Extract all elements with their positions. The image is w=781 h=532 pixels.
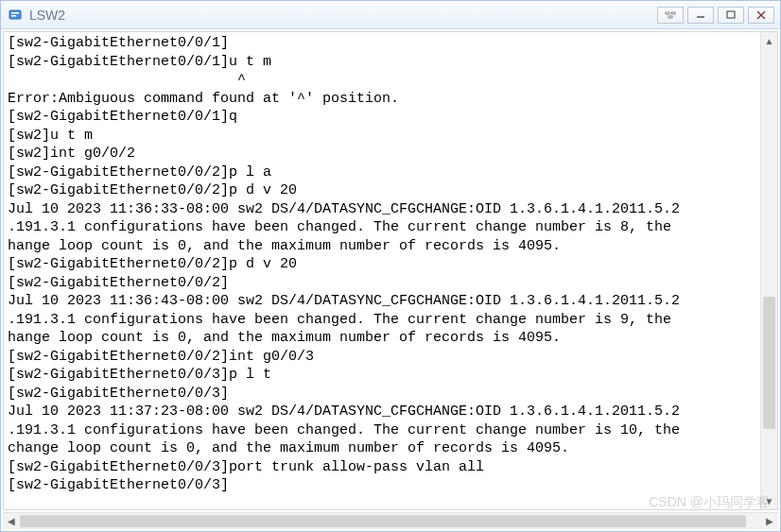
titlebar[interactable]: LSW2 <box>1 1 780 29</box>
app-icon <box>7 7 24 24</box>
horizontal-scrollbar-track[interactable] <box>20 513 761 529</box>
vertical-scrollbar[interactable]: ▲ ▼ <box>760 32 777 509</box>
svg-rect-3 <box>666 12 669 14</box>
app-window: LSW2 [sw2-GigabitEthernet0/0/1] [sw2-Gig… <box>0 0 781 532</box>
watermark: CSDN @小玛同学客 <box>649 494 770 511</box>
options-button[interactable] <box>657 7 684 24</box>
horizontal-scrollbar[interactable]: ◀ ▶ <box>3 512 778 529</box>
window-controls <box>657 7 774 24</box>
scroll-left-arrow-icon[interactable]: ◀ <box>3 513 20 529</box>
content-area: [sw2-GigabitEthernet0/0/1] [sw2-GigabitE… <box>3 31 778 510</box>
svg-rect-0 <box>9 10 21 19</box>
svg-rect-2 <box>11 15 16 17</box>
close-button[interactable] <box>748 7 774 24</box>
scroll-up-arrow-icon[interactable]: ▲ <box>761 32 777 49</box>
maximize-button[interactable] <box>718 7 744 24</box>
terminal-output[interactable]: [sw2-GigabitEthernet0/0/1] [sw2-GigabitE… <box>4 32 760 509</box>
svg-rect-7 <box>727 11 735 18</box>
svg-rect-5 <box>668 16 672 18</box>
window-title: LSW2 <box>29 8 657 23</box>
svg-rect-4 <box>671 12 675 14</box>
svg-rect-1 <box>11 12 19 14</box>
horizontal-scrollbar-thumb[interactable] <box>20 515 746 527</box>
vertical-scrollbar-thumb[interactable] <box>763 297 775 429</box>
minimize-button[interactable] <box>687 7 714 24</box>
scroll-right-arrow-icon[interactable]: ▶ <box>761 513 778 529</box>
